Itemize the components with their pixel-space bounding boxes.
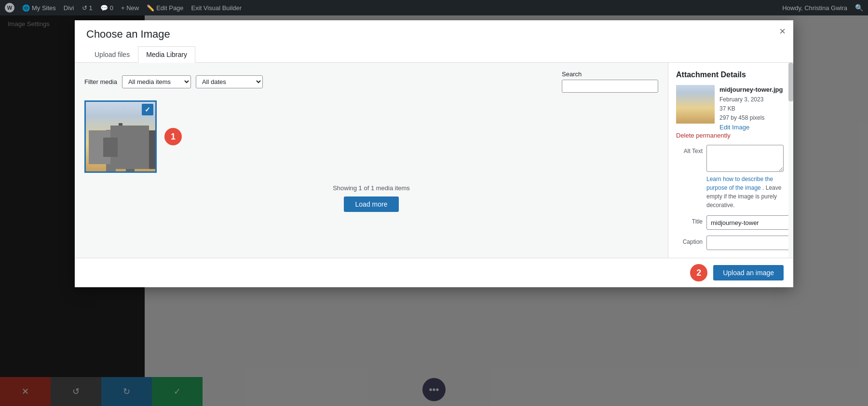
attachment-info-block: midjourney-tower.jpg February 3, 2023 37…	[676, 85, 784, 139]
filter-label: Filter media	[84, 78, 117, 85]
modal-title: Choose an Image	[86, 28, 782, 41]
modal-overlay: Choose an Image × Upload files Media Lib…	[0, 15, 868, 406]
modal-close-button[interactable]: ×	[779, 26, 786, 37]
wp-logo-icon[interactable]: W	[5, 3, 14, 13]
comment-icon: 💬	[100, 4, 108, 12]
step-2-badge: 2	[690, 264, 707, 281]
alt-text-label: Alt Text	[676, 145, 703, 154]
title-row: Title	[676, 215, 784, 230]
modal-footer: 2 Upload an image	[75, 258, 793, 287]
admin-bar-comments[interactable]: 💬 0	[100, 4, 113, 12]
media-count: Showing 1 of 1 media items	[84, 184, 658, 192]
globe-icon: 🌐	[22, 4, 30, 12]
edit-image-link[interactable]: Edit Image	[676, 124, 784, 131]
modal-tabs: Upload files Media Library	[86, 46, 782, 62]
load-more-button[interactable]: Load more	[344, 196, 399, 212]
tab-upload-files[interactable]: Upload files	[86, 46, 138, 62]
attachment-details-title: Attachment Details	[676, 70, 784, 79]
media-main-area: Filter media All media items Images Audi…	[75, 63, 668, 258]
caption-row: Caption	[676, 236, 784, 250]
attachment-details-content: Attachment Details midjourney-tower.jpg …	[668, 63, 793, 258]
media-item[interactable]: ✓	[84, 100, 157, 173]
scrollbar-thumb[interactable]	[788, 63, 793, 101]
search-container: Search	[562, 70, 658, 93]
media-status: Showing 1 of 1 media items Load more	[84, 184, 658, 212]
user-greeting[interactable]: Howdy, Christina Gwira	[782, 4, 847, 12]
modal-header: Choose an Image × Upload files Media Lib…	[75, 20, 793, 63]
search-label: Search	[562, 70, 582, 78]
admin-bar-refresh[interactable]: ↺ 1	[82, 4, 93, 12]
attachment-sidebar: Attachment Details midjourney-tower.jpg …	[668, 63, 793, 258]
date-filter[interactable]: All dates January 2023 February 2023	[196, 75, 263, 88]
modal-body: Filter media All media items Images Audi…	[75, 63, 793, 258]
alt-text-help: Learn how to describe the purpose of the…	[706, 175, 784, 210]
title-label: Title	[676, 215, 703, 225]
admin-bar-right: Howdy, Christina Gwira 🔍	[782, 4, 863, 12]
search-input[interactable]	[562, 80, 658, 93]
media-selected-check: ✓	[142, 104, 153, 115]
step-1-badge: 1	[164, 128, 182, 145]
admin-bar-divi[interactable]: Divi	[64, 4, 74, 12]
admin-bar-new[interactable]: + New	[121, 4, 139, 12]
title-input[interactable]	[706, 215, 793, 230]
admin-bar-edit-page[interactable]: ✏️ Edit Page	[147, 4, 183, 12]
admin-bar: W 🌐 My Sites Divi ↺ 1 💬 0 + New ✏️ Edit …	[0, 0, 868, 15]
attachment-thumbnail	[676, 85, 715, 124]
refresh-icon: ↺	[82, 4, 87, 12]
upload-image-button[interactable]: Upload an image	[713, 265, 784, 280]
alt-text-input[interactable]	[706, 145, 784, 172]
edit-icon: ✏️	[147, 4, 154, 12]
delete-image-link[interactable]: Delete permanently	[676, 132, 784, 139]
admin-bar-exit-builder[interactable]: Exit Visual Builder	[191, 4, 242, 12]
media-type-filter[interactable]: All media items Images Audio Video	[122, 75, 191, 88]
alt-text-row: Alt Text	[676, 145, 784, 172]
media-grid: ✓ 1	[84, 100, 658, 173]
caption-label: Caption	[676, 236, 703, 245]
search-icon[interactable]: 🔍	[855, 4, 863, 12]
admin-bar-mysites[interactable]: 🌐 My Sites	[22, 4, 56, 12]
scrollbar-track	[788, 63, 793, 258]
choose-image-modal: Choose an Image × Upload files Media Lib…	[75, 20, 793, 287]
tab-media-library[interactable]: Media Library	[138, 46, 195, 63]
caption-input[interactable]	[706, 236, 793, 250]
filter-bar: Filter media All media items Images Audi…	[84, 70, 658, 93]
